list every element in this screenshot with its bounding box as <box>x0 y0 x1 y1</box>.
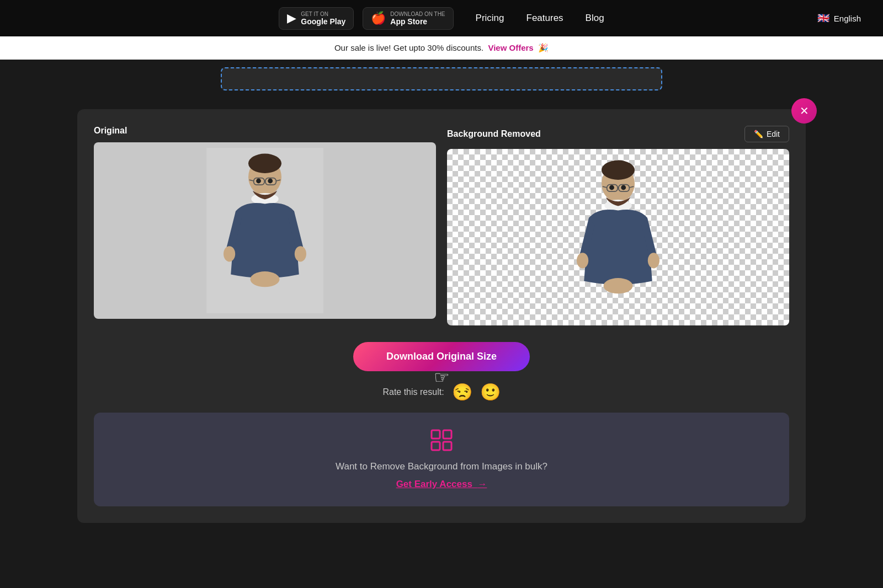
google-play-sublabel: GET IT ON <box>301 11 345 17</box>
upload-bar-area <box>0 60 883 98</box>
early-access-label: Get Early Access <box>396 479 472 489</box>
nav-blog[interactable]: Blog <box>586 13 604 24</box>
bulk-cta: Want to Remove Background from Images in… <box>94 413 789 506</box>
rating-bad-emoji[interactable]: 😒 <box>452 382 472 402</box>
bg-removed-header: Background Removed ✏️ Edit <box>447 126 789 142</box>
apple-icon: 🍎 <box>371 12 386 24</box>
svg-point-21 <box>604 278 633 293</box>
google-play-label: Google Play <box>301 17 345 26</box>
arrow-icon: → <box>477 479 487 489</box>
app-store-button[interactable]: 🍎 Download on the App Store <box>363 7 453 30</box>
view-offers-link[interactable]: View Offers <box>488 43 533 52</box>
svg-rect-29 <box>432 430 440 439</box>
language-flag-icon: 🇬🇧 <box>817 12 829 24</box>
svg-point-2 <box>248 154 281 173</box>
nav-right: 🇬🇧 English <box>817 12 861 24</box>
image-comparison: Original <box>94 126 789 325</box>
nav-pricing[interactable]: Pricing <box>476 13 504 24</box>
bulk-icon-svg <box>430 429 453 451</box>
edit-button-label: Edit <box>767 130 780 138</box>
svg-point-28 <box>621 185 626 190</box>
bg-removed-image <box>447 149 789 325</box>
svg-rect-31 <box>432 442 440 450</box>
close-icon: ✕ <box>800 104 809 117</box>
svg-point-27 <box>609 185 614 190</box>
google-play-text: GET IT ON Google Play <box>301 11 345 26</box>
svg-point-6 <box>295 246 306 261</box>
upload-bar[interactable] <box>221 67 662 90</box>
sale-banner-emoji: 🎉 <box>538 43 549 52</box>
app-store-text: Download on the App Store <box>390 11 445 26</box>
top-nav: ▶ GET IT ON Google Play 🍎 Download on th… <box>0 0 883 36</box>
google-play-button[interactable]: ▶ GET IT ON Google Play <box>279 7 354 30</box>
edit-pencil-icon: ✏️ <box>754 130 763 138</box>
original-header: Original <box>94 126 436 136</box>
download-area: Download Original Size ☞ Rate this resul… <box>94 342 789 402</box>
original-panel: Original <box>94 126 436 325</box>
sale-banner: Our sale is live! Get upto 30% discounts… <box>0 36 883 60</box>
edit-button[interactable]: ✏️ Edit <box>744 126 789 142</box>
download-button[interactable]: Download Original Size <box>353 342 530 371</box>
store-buttons: ▶ GET IT ON Google Play 🍎 Download on th… <box>279 7 453 30</box>
svg-rect-32 <box>443 442 451 450</box>
google-play-icon: ▶ <box>287 12 296 24</box>
bg-removed-title: Background Removed <box>447 129 541 139</box>
sale-banner-text: Our sale is live! Get upto 30% discounts… <box>334 43 483 52</box>
svg-point-19 <box>577 253 588 268</box>
rate-label: Rate this result: <box>382 387 444 397</box>
bulk-cta-icon <box>110 429 773 456</box>
original-person-svg <box>199 148 331 313</box>
svg-point-14 <box>268 179 273 184</box>
svg-rect-30 <box>443 430 451 439</box>
close-button[interactable]: ✕ <box>791 98 817 124</box>
result-container: ✕ Original <box>77 109 806 523</box>
bulk-cta-text: Want to Remove Background from Images in… <box>110 461 773 472</box>
nav-features[interactable]: Features <box>526 13 563 24</box>
bg-removed-panel: Background Removed ✏️ Edit <box>447 126 789 325</box>
original-image <box>94 142 436 319</box>
svg-point-16 <box>602 161 635 180</box>
svg-point-13 <box>256 179 261 184</box>
svg-point-7 <box>251 271 280 287</box>
original-title: Original <box>94 126 127 136</box>
rating-good-emoji[interactable]: 🙂 <box>480 382 501 402</box>
app-store-sublabel: Download on the <box>390 11 445 17</box>
bg-removed-person-svg <box>552 154 684 320</box>
main-content: ✕ Original <box>0 98 883 545</box>
svg-point-5 <box>224 246 235 261</box>
download-button-label: Download Original Size <box>386 351 497 362</box>
language-label[interactable]: English <box>834 14 861 23</box>
nav-links: Pricing Features Blog <box>476 13 604 24</box>
rating-area: Rate this result: 😒 🙂 <box>382 382 500 402</box>
svg-point-20 <box>648 253 659 268</box>
app-store-label: App Store <box>390 17 445 26</box>
get-early-access-link[interactable]: Get Early Access → <box>396 479 487 489</box>
